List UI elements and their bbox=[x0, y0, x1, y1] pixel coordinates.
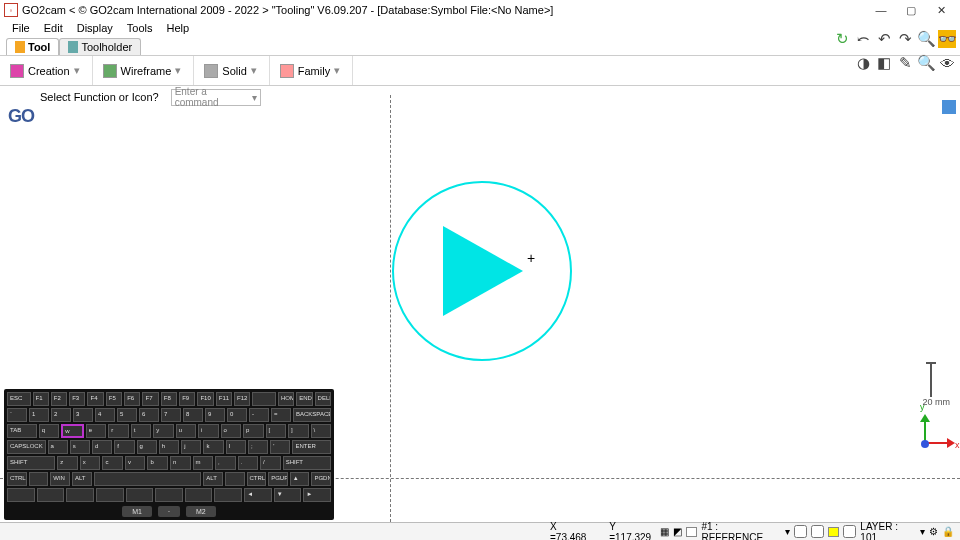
key-ENTER[interactable]: ENTER bbox=[292, 440, 331, 454]
minimize-button[interactable]: — bbox=[866, 1, 896, 19]
key-1[interactable]: 1 bbox=[29, 408, 49, 422]
key-p[interactable]: p bbox=[243, 424, 263, 438]
menu-display[interactable]: Display bbox=[71, 20, 119, 38]
key-c[interactable]: c bbox=[102, 456, 123, 470]
key-F11[interactable]: F11 bbox=[216, 392, 232, 406]
eraser-icon[interactable]: ◧ bbox=[875, 54, 893, 72]
ribbon-creation[interactable]: Creation ▾ bbox=[0, 56, 93, 85]
key-.[interactable]: . bbox=[238, 456, 259, 470]
key-blank[interactable] bbox=[225, 472, 245, 486]
key-PGUP[interactable]: PGUP bbox=[268, 472, 288, 486]
kbd-dot[interactable]: · bbox=[158, 506, 180, 517]
key-CTRL[interactable]: CTRL bbox=[7, 472, 27, 486]
key-blank[interactable] bbox=[185, 488, 213, 502]
zoom-icon[interactable]: 🔍 bbox=[917, 54, 935, 72]
key-i[interactable]: i bbox=[198, 424, 218, 438]
chevron-down-icon[interactable]: ▾ bbox=[334, 64, 342, 77]
undo-to-icon[interactable]: ⤺ bbox=[854, 30, 872, 48]
key-d[interactable]: d bbox=[92, 440, 112, 454]
kbd-m2[interactable]: M2 bbox=[186, 506, 216, 517]
key-o[interactable]: o bbox=[221, 424, 241, 438]
key-F9[interactable]: F9 bbox=[179, 392, 195, 406]
status-reference[interactable]: #1 : REFERENCE bbox=[701, 521, 780, 541]
key-BACKSPACE[interactable]: BACKSPACE bbox=[293, 408, 331, 422]
key-blank[interactable] bbox=[7, 488, 35, 502]
key-F2[interactable]: F2 bbox=[51, 392, 67, 406]
key-DELETE[interactable]: DELETE bbox=[315, 392, 331, 406]
key-5[interactable]: 5 bbox=[117, 408, 137, 422]
key-ALT[interactable]: ALT bbox=[203, 472, 223, 486]
eye-icon[interactable]: 👁 bbox=[938, 54, 956, 72]
key-q[interactable]: q bbox=[39, 424, 59, 438]
key-WIN[interactable]: WIN bbox=[50, 472, 70, 486]
key-blank[interactable] bbox=[155, 488, 183, 502]
key-][interactable]: ] bbox=[288, 424, 308, 438]
key-h[interactable]: h bbox=[159, 440, 179, 454]
ribbon-family[interactable]: Family ▾ bbox=[270, 56, 353, 85]
key-blank[interactable] bbox=[96, 488, 124, 502]
kbd-m1[interactable]: M1 bbox=[122, 506, 152, 517]
virtual-keyboard[interactable]: ESCF1F2F3F4F5F6F7F8F9F10F11F12HOMEENDDEL… bbox=[4, 389, 334, 520]
key-2[interactable]: 2 bbox=[51, 408, 71, 422]
ref-cb1[interactable] bbox=[794, 525, 807, 538]
key-v[interactable]: v bbox=[125, 456, 146, 470]
close-button[interactable]: ✕ bbox=[926, 1, 956, 19]
key-SHIFT[interactable]: SHIFT bbox=[7, 456, 55, 470]
key-l[interactable]: l bbox=[226, 440, 246, 454]
key--[interactable]: - bbox=[249, 408, 269, 422]
ref-cb2[interactable] bbox=[811, 525, 824, 538]
ribbon-solid[interactable]: Solid ▾ bbox=[194, 56, 269, 85]
key-k[interactable]: k bbox=[203, 440, 223, 454]
key-,[interactable]: , bbox=[215, 456, 236, 470]
menu-help[interactable]: Help bbox=[160, 20, 195, 38]
key-blank[interactable] bbox=[66, 488, 94, 502]
key-▲[interactable]: ▲ bbox=[290, 472, 310, 486]
key-3[interactable]: 3 bbox=[73, 408, 93, 422]
refresh-icon[interactable]: ↻ bbox=[833, 30, 851, 48]
key-blank[interactable] bbox=[37, 488, 65, 502]
key-x[interactable]: x bbox=[80, 456, 101, 470]
palette-icon[interactable]: ◑ bbox=[854, 54, 872, 72]
key-blank[interactable] bbox=[94, 472, 202, 486]
ribbon-wireframe[interactable]: Wireframe ▾ bbox=[93, 56, 195, 85]
tab-tool[interactable]: Tool bbox=[6, 38, 59, 55]
key-\[interactable]: \ bbox=[311, 424, 331, 438]
key-F10[interactable]: F10 bbox=[197, 392, 213, 406]
key-g[interactable]: g bbox=[137, 440, 157, 454]
key-u[interactable]: u bbox=[176, 424, 196, 438]
status-layer[interactable]: LAYER : 101 bbox=[860, 521, 916, 541]
menu-tools[interactable]: Tools bbox=[121, 20, 159, 38]
key-CTRL[interactable]: CTRL bbox=[247, 472, 267, 486]
key-F5[interactable]: F5 bbox=[106, 392, 122, 406]
key-/[interactable]: / bbox=[260, 456, 281, 470]
key-F8[interactable]: F8 bbox=[161, 392, 177, 406]
tab-toolholder[interactable]: Toolholder bbox=[59, 38, 141, 55]
key-F6[interactable]: F6 bbox=[124, 392, 140, 406]
key-F4[interactable]: F4 bbox=[87, 392, 103, 406]
menu-file[interactable]: File bbox=[6, 20, 36, 38]
key-f[interactable]: f bbox=[114, 440, 134, 454]
key-t[interactable]: t bbox=[131, 424, 151, 438]
key-ALT[interactable]: ALT bbox=[72, 472, 92, 486]
key-;[interactable]: ; bbox=[248, 440, 268, 454]
key-SHIFT[interactable]: SHIFT bbox=[283, 456, 331, 470]
layer-cb[interactable] bbox=[843, 525, 856, 538]
menu-edit[interactable]: Edit bbox=[38, 20, 69, 38]
chevron-down-icon[interactable]: ▾ bbox=[251, 64, 259, 77]
key-n[interactable]: n bbox=[170, 456, 191, 470]
key-'[interactable]: ' bbox=[270, 440, 290, 454]
binoculars-icon[interactable]: 👓 bbox=[938, 30, 956, 48]
chevron-down-icon[interactable]: ▾ bbox=[920, 526, 925, 537]
key-blank[interactable] bbox=[214, 488, 242, 502]
status-gear-icon[interactable]: ⚙ bbox=[929, 526, 938, 537]
key-CAPSLOCK[interactable]: CAPSLOCK bbox=[7, 440, 46, 454]
key-HOME[interactable]: HOME bbox=[278, 392, 294, 406]
key-◄[interactable]: ◄ bbox=[244, 488, 272, 502]
maximize-button[interactable]: ▢ bbox=[896, 1, 926, 19]
key-blank[interactable] bbox=[29, 472, 49, 486]
grid-icon[interactable]: ▦ bbox=[660, 526, 669, 537]
drawn-triangle[interactable] bbox=[443, 226, 523, 316]
key-m[interactable]: m bbox=[193, 456, 214, 470]
brush-icon[interactable]: ✎ bbox=[896, 54, 914, 72]
status-lock-icon[interactable]: 🔒 bbox=[942, 526, 954, 537]
